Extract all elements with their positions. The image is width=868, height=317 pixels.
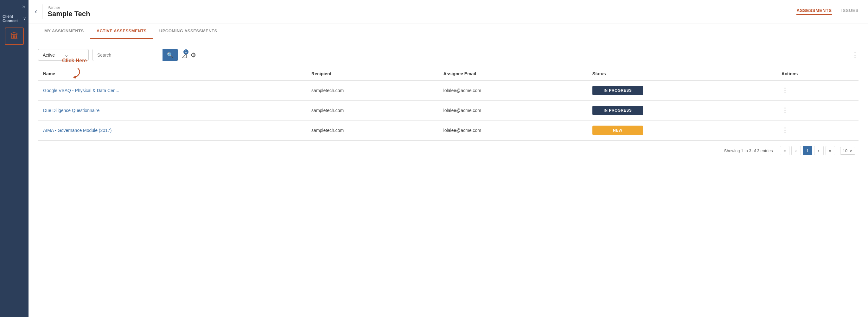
more-options-icon[interactable]: ⋮	[851, 51, 859, 59]
header-left: ‹ Partner Sample Tech	[35, 4, 90, 19]
row-recipient-1: sampletech.com	[306, 101, 438, 120]
filter-value: Active	[43, 52, 55, 58]
row-more-icon-0[interactable]: ⋮	[781, 86, 788, 94]
table-row: Due Diligence Questionnaire sampletech.c…	[38, 101, 859, 120]
col-assignee-email: Assignee Email	[438, 67, 587, 80]
pagination-bar: Showing 1 to 3 of 3 entries « ‹ 1 › » 10…	[38, 140, 859, 155]
sidebar-more-icon[interactable]: »	[22, 3, 29, 10]
row-name-1[interactable]: Due Diligence Questionnaire	[38, 101, 306, 120]
page-size-value: 10	[843, 148, 847, 153]
gear-icon[interactable]: ⚙	[190, 51, 196, 59]
tab-active-assessments[interactable]: ACTIVE ASSESSMENTS	[90, 24, 153, 39]
top-nav: ASSESSMENTS ISSUES	[797, 8, 859, 15]
pagination-info: Showing 1 to 3 of 3 entries	[724, 148, 773, 153]
sidebar-client-connect[interactable]: Client Connect ∨	[0, 12, 29, 25]
search-button[interactable]: 🔍	[162, 49, 178, 61]
pagination-next[interactable]: ›	[814, 146, 824, 155]
row-recipient-2: sampletech.com	[306, 120, 438, 140]
search-input[interactable]	[93, 50, 162, 60]
sidebar-bank-icon-box[interactable]: 🏛	[5, 28, 24, 45]
client-connect-label: Client Connect	[3, 14, 22, 23]
tab-my-assignments[interactable]: MY ASSIGNMENTS	[38, 24, 90, 39]
pagination-last[interactable]: »	[826, 146, 835, 155]
col-name: Name Click Here	[38, 67, 306, 80]
row-assignee-1: lolalee@acme.com	[438, 101, 587, 120]
top-header: ‹ Partner Sample Tech ASSESSMENTS ISSUES	[29, 0, 868, 24]
row-actions-1[interactable]: ⋮	[776, 101, 859, 120]
search-box: 🔍	[93, 49, 178, 61]
row-actions-0[interactable]: ⋮	[776, 80, 859, 101]
filter-badge: 1	[183, 49, 188, 55]
nav-assessments[interactable]: ASSESSMENTS	[797, 8, 832, 15]
header-divider	[42, 4, 42, 19]
pagination-prev[interactable]: ‹	[791, 146, 801, 155]
assessments-table: Name Click Here Recipient Assignee Email	[38, 67, 859, 140]
tab-upcoming-assessments[interactable]: UPCOMING ASSESSMENTS	[153, 24, 224, 39]
page-size-chevron-icon: ∨	[849, 148, 852, 153]
col-recipient: Recipient	[306, 67, 438, 80]
row-assignee-0: lolalee@acme.com	[438, 80, 587, 101]
partner-name: Sample Tech	[48, 10, 90, 18]
chevron-down-icon: ⌄	[64, 52, 68, 58]
row-status-0: IN PROGRESS	[587, 80, 776, 101]
search-icon: 🔍	[167, 52, 173, 58]
toolbar: Active ⌄ 🔍 ◿ 1 ⚙ ⋮	[38, 49, 859, 61]
pagination-current[interactable]: 1	[803, 146, 812, 155]
row-more-icon-2[interactable]: ⋮	[781, 126, 788, 134]
row-recipient-0: sampletech.com	[306, 80, 438, 101]
nav-issues[interactable]: ISSUES	[841, 8, 859, 15]
page-size-dropdown[interactable]: 10 ∨	[840, 147, 855, 155]
sidebar: » Client Connect ∨ 🏛	[0, 0, 29, 317]
row-actions-2[interactable]: ⋮	[776, 120, 859, 140]
table-header-row: Name Click Here Recipient Assignee Email	[38, 67, 859, 80]
partner-label: Partner	[48, 5, 90, 10]
svg-marker-0	[73, 76, 76, 79]
pagination-first[interactable]: «	[780, 146, 789, 155]
tab-bar: MY ASSIGNMENTS ACTIVE ASSESSMENTS UPCOMI…	[29, 24, 868, 39]
table-row: Google VSAQ - Physical & Data Cen... sam…	[38, 80, 859, 101]
row-status-1: IN PROGRESS	[587, 101, 776, 120]
filter-icon-wrap[interactable]: ◿ 1	[182, 51, 187, 59]
chevron-down-icon: ∨	[23, 16, 26, 21]
partner-info: Partner Sample Tech	[48, 5, 90, 18]
content-area: Active ⌄ 🔍 ◿ 1 ⚙ ⋮ Na	[29, 39, 868, 317]
table-row: AIMA - Governance Module (2017) samplete…	[38, 120, 859, 140]
row-more-icon-1[interactable]: ⋮	[781, 106, 788, 114]
row-name-2[interactable]: AIMA - Governance Module (2017)	[38, 120, 306, 140]
back-button[interactable]: ‹	[35, 8, 37, 16]
row-name-0[interactable]: Google VSAQ - Physical & Data Cen...	[38, 80, 306, 101]
col-status: Status	[587, 67, 776, 80]
row-status-2: NEW	[587, 120, 776, 140]
click-here-annotation: Click Here	[62, 58, 87, 64]
row-assignee-2: lolalee@acme.com	[438, 120, 587, 140]
click-here-arrow	[68, 67, 84, 79]
col-actions: Actions	[776, 67, 859, 80]
main-content: ‹ Partner Sample Tech ASSESSMENTS ISSUES…	[29, 0, 868, 317]
bank-icon: 🏛	[10, 31, 19, 41]
